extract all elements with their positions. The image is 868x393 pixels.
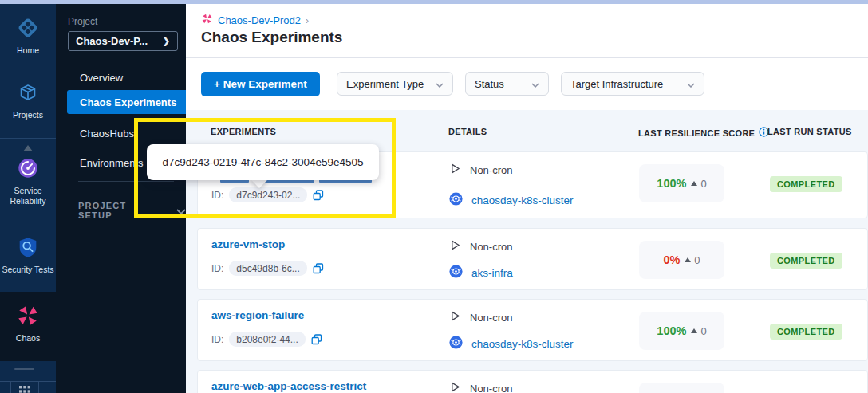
status-filter[interactable]: Status xyxy=(465,72,549,96)
kubernetes-icon xyxy=(449,265,463,281)
score-value: 100% xyxy=(657,324,686,337)
sidebar-item-label: Chaos Experiments xyxy=(80,96,176,108)
projects-icon xyxy=(16,81,40,108)
experiment-name-link[interactable]: azure-vm-stop xyxy=(211,238,285,250)
filter-label: Experiment Type xyxy=(346,78,424,90)
copy-icon[interactable] xyxy=(313,263,324,274)
play-icon xyxy=(449,310,461,325)
copy-icon[interactable] xyxy=(313,190,324,201)
resilience-score-box: 100% 0 xyxy=(639,312,724,350)
rail-item-projects[interactable]: Projects xyxy=(0,81,56,120)
experiment-id-tooltip: d7c9d243-0219-4f7c-84c2-3004e59e4505 xyxy=(147,144,379,180)
rail-item-security-tests[interactable]: Security Tests xyxy=(0,235,56,275)
kubernetes-icon xyxy=(449,336,463,352)
filter-label: Target Infrastructure xyxy=(570,78,663,90)
sidebar-item-chaoshubs[interactable]: ChaosHubs xyxy=(80,128,134,140)
resilience-score-box: 100% 0 xyxy=(639,164,724,202)
chevron-down-icon xyxy=(436,77,444,91)
score-delta: 0 xyxy=(691,178,706,190)
run-status-badge: COMPLETED xyxy=(770,324,842,340)
infrastructure-link[interactable]: chaosday-k8s-cluster xyxy=(471,195,574,206)
sidebar-item-overview[interactable]: Overview xyxy=(80,72,123,84)
rail-item-label: Home xyxy=(17,45,39,56)
rail-divider xyxy=(0,138,56,139)
schedule-line: Non-cron xyxy=(449,310,512,325)
security-tests-icon xyxy=(16,235,40,262)
kubernetes-icon xyxy=(449,192,463,209)
experiment-name-link[interactable]: azure-web-app-access-restrict xyxy=(211,380,366,392)
id-label: ID: xyxy=(211,263,223,274)
schedule-label: Non-cron xyxy=(470,312,512,324)
experiment-type-filter[interactable]: Experiment Type xyxy=(337,72,453,96)
infra-line: aks-infra xyxy=(449,265,513,281)
sidebar-divider xyxy=(78,181,174,182)
new-experiment-button[interactable]: + New Experiment xyxy=(201,72,320,96)
schedule-line: Non-cron xyxy=(449,239,512,254)
service-reliability-icon xyxy=(16,156,40,183)
breadcrumb: Chaos-Dev-Prod2 › xyxy=(201,13,309,28)
chevron-right-icon: ❯ xyxy=(163,36,170,46)
home-icon xyxy=(16,16,40,43)
experiment-id-line: ID: d5c49d8b-6c... xyxy=(211,261,324,276)
score-delta: 0 xyxy=(685,254,700,266)
delta-value: 0 xyxy=(700,325,706,337)
project-setup-toggle[interactable]: PROJECT SETUP xyxy=(78,201,186,220)
rail-item-label: Security Tests xyxy=(2,265,53,275)
schedule-line: Non-cron xyxy=(449,163,512,178)
experiment-name-link[interactable]: aws-region-failure xyxy=(211,309,304,321)
delta-value: 0 xyxy=(700,178,706,190)
run-status-badge: COMPLETED xyxy=(770,253,842,269)
score-value: 100% xyxy=(657,177,686,190)
chaos-icon xyxy=(16,304,40,331)
module-rail: Home Projects Service Reliability Securi… xyxy=(0,4,56,393)
play-icon xyxy=(449,239,461,254)
experiment-id-pill: d7c9d243-02... xyxy=(229,187,307,202)
resilience-score-box xyxy=(639,383,724,393)
resilience-score-box: 0% 0 xyxy=(639,241,724,279)
filter-label: Status xyxy=(475,78,504,90)
chevron-down-icon xyxy=(176,203,186,218)
score-delta: 0 xyxy=(691,325,706,337)
rail-item-label: Projects xyxy=(13,110,43,120)
infrastructure-link[interactable]: aks-infra xyxy=(471,267,513,279)
page-title: Chaos Experiments xyxy=(201,29,342,46)
delta-value: 0 xyxy=(694,254,700,266)
score-value: 0% xyxy=(663,253,680,266)
dock-border xyxy=(10,381,11,393)
project-section-label: Project xyxy=(68,16,97,27)
experiment-row[interactable]: azure-web-app-access-restrict Non-cron C… xyxy=(197,370,868,393)
dock-border xyxy=(38,381,39,393)
rail-item-home[interactable]: Home xyxy=(0,16,56,56)
column-header-run-status: LAST RUN STATUS xyxy=(767,127,852,136)
rail-item-label: Chaos xyxy=(16,333,40,344)
dock-border xyxy=(0,381,56,382)
rail-drag-handle xyxy=(14,368,34,370)
column-header-resilience-score: LAST RESILIENCE SCORE xyxy=(638,127,769,139)
column-header-label: LAST RESILIENCE SCORE xyxy=(638,128,755,138)
schedule-line: Non-cron xyxy=(449,381,512,393)
rail-item-service-reliability[interactable]: Service Reliability xyxy=(0,156,56,206)
project-selector[interactable]: Chaos-Dev-P... ❯ xyxy=(68,31,178,51)
infrastructure-link[interactable]: chaosday-k8s-cluster xyxy=(471,338,574,350)
experiment-row[interactable]: azure-vm-stop ID: d5c49d8b-6c... Non-cro… xyxy=(197,228,868,290)
delta-up-icon xyxy=(691,181,697,186)
sidebar-item-environments[interactable]: Environments xyxy=(80,157,143,169)
copy-icon[interactable] xyxy=(311,334,322,345)
chevron-down-icon xyxy=(531,77,539,91)
target-infrastructure-filter[interactable]: Target Infrastructure xyxy=(561,72,704,96)
rail-item-chaos[interactable]: Chaos xyxy=(0,304,56,344)
experiment-row[interactable]: aws-region-failure ID: b208e0f2-44... No… xyxy=(197,299,868,361)
experiment-id-pill: d5c49d8b-6c... xyxy=(229,261,306,276)
run-status-badge: COMPLETED xyxy=(770,176,842,192)
breadcrumb-project-link[interactable]: Chaos-Dev-Prod2 xyxy=(218,14,301,26)
schedule-label: Non-cron xyxy=(470,164,512,176)
play-icon xyxy=(449,381,461,393)
column-header-details: DETAILS xyxy=(448,127,487,136)
experiment-id-pill: b208e0f2-44... xyxy=(229,332,305,347)
column-header-experiments: EXPERIMENTS xyxy=(211,127,276,136)
id-label: ID: xyxy=(211,334,223,345)
scroll-up-icon[interactable] xyxy=(23,145,33,151)
delta-up-icon xyxy=(685,257,691,262)
sidebar-item-chaos-experiments[interactable]: Chaos Experiments xyxy=(67,90,186,114)
module-picker-grid-icon[interactable] xyxy=(19,386,30,393)
